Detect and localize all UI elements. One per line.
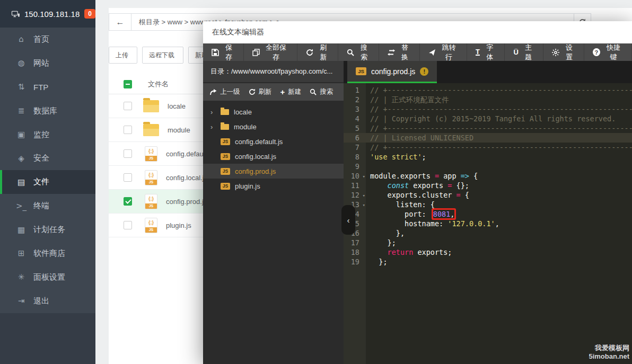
- file-name: locale: [168, 102, 186, 110]
- theme-button[interactable]: Ü 主题: [505, 43, 543, 61]
- tree-item-name: locale: [234, 108, 252, 116]
- sidebar-item-database[interactable]: ≣ 数据库: [0, 99, 95, 123]
- sidebar-item-monitor[interactable]: ▣ 监控: [0, 123, 95, 147]
- tree-search-button[interactable]: 搜索: [310, 87, 333, 96]
- menu-item-label: 文件: [33, 177, 49, 187]
- code-line[interactable]: 8 'use strict';: [344, 152, 632, 162]
- code-line[interactable]: 18 return exports;: [344, 247, 632, 257]
- code-line[interactable]: 2 // | 正式环境配置文件: [344, 95, 632, 104]
- settings-button[interactable]: 设置: [543, 43, 584, 61]
- code-line[interactable]: 13▾ listen: {: [344, 200, 632, 209]
- code-line[interactable]: 6 // | Licensed UNLICENSED: [344, 133, 632, 143]
- code-text: // | Copyright (c) 2015~2019 Tangfei All…: [366, 114, 616, 123]
- search-button[interactable]: 搜索: [338, 43, 379, 61]
- expander-icon[interactable]: ›: [210, 123, 217, 131]
- tree-item[interactable]: JS plugin.js: [203, 179, 344, 193]
- code-line[interactable]: 5 // +----------------------------------…: [344, 123, 632, 133]
- sidebar-item-home[interactable]: ⌂ 首页: [0, 28, 95, 51]
- editor-toolbar: 保存 全部保存 刷新 搜索: [203, 43, 632, 61]
- code-line[interactable]: 11 const exports = {};: [344, 181, 632, 190]
- tree-item[interactable]: JS config.local.js: [203, 149, 344, 164]
- row-checkbox[interactable]: [124, 197, 132, 206]
- expander-icon[interactable]: ›: [210, 108, 217, 116]
- code-editor[interactable]: 1 // +----------------------------------…: [344, 83, 632, 364]
- code-line[interactable]: 3 // +----------------------------------…: [344, 104, 632, 114]
- row-checkbox[interactable]: [124, 102, 132, 110]
- goto-line-button[interactable]: 跳转行: [420, 43, 467, 61]
- tree-item[interactable]: JS config.prod.js: [203, 164, 344, 179]
- line-number: 4: [344, 114, 366, 123]
- js-file-icon: JS: [221, 138, 230, 145]
- fold-caret-icon[interactable]: ▾: [363, 172, 365, 181]
- collapse-panel-handle[interactable]: ‹: [341, 205, 355, 235]
- message-count-badge[interactable]: 0: [84, 9, 95, 19]
- code-line[interactable]: 14 port: 8081,: [344, 209, 632, 219]
- file-name: module: [168, 126, 190, 134]
- sidebar-item-cron[interactable]: ▦ 计划任务: [0, 218, 95, 242]
- select-all-checkbox[interactable]: [124, 80, 132, 88]
- folder-icon: [143, 124, 159, 136]
- sidebar-item-website[interactable]: ◍ 网站: [0, 51, 95, 75]
- code-line[interactable]: 7 // +----------------------------------…: [344, 143, 632, 152]
- tree-item[interactable]: › locale: [203, 104, 344, 119]
- upload-button[interactable]: 上传: [109, 47, 137, 64]
- code-text: };: [366, 238, 396, 247]
- sidebar-item-ftp[interactable]: ⇅ FTP: [0, 75, 95, 99]
- sidebar-item-security[interactable]: ◈ 安全: [0, 146, 95, 170]
- sidebar-item-files[interactable]: ▤ 文件: [0, 170, 95, 194]
- code-line[interactable]: 1 // +----------------------------------…: [344, 85, 632, 95]
- tree-item[interactable]: › module: [203, 119, 344, 134]
- js-file-icon: {;} JS: [145, 194, 157, 209]
- tab-label: config.prod.js: [371, 67, 415, 76]
- code-line[interactable]: 19 };: [344, 257, 632, 267]
- sidebar-item-terminal[interactable]: >_ 终端: [0, 194, 95, 218]
- tree-new-button[interactable]: + 新建: [280, 87, 302, 96]
- menu-item-label: 监控: [33, 130, 49, 140]
- sidebar-item-logout[interactable]: ⇥ 退出: [0, 289, 95, 313]
- unsaved-warning-icon: !: [420, 67, 428, 76]
- menu-item-label: 安全: [33, 153, 49, 163]
- ftp-icon: ⇅: [16, 82, 27, 92]
- js-file-icon: {;} JS: [145, 170, 157, 185]
- tree-refresh-button[interactable]: 刷新: [249, 87, 272, 96]
- remote-download-button[interactable]: 远程下载: [142, 47, 183, 64]
- menu-item-label: 计划任务: [33, 225, 65, 235]
- font-button[interactable]: T 字体: [467, 43, 505, 61]
- row-checkbox[interactable]: [124, 173, 132, 182]
- line-number: 12▾: [344, 190, 366, 200]
- menu-item-label: FTP: [33, 83, 48, 92]
- code-text: exports.cluster = {: [366, 190, 469, 200]
- server-info[interactable]: 150.109.181.18 0: [0, 0, 95, 28]
- refresh-button[interactable]: 刷新: [297, 43, 338, 61]
- tab-config-prod-js[interactable]: JS config.prod.js !: [347, 61, 437, 83]
- row-checkbox[interactable]: [124, 149, 132, 158]
- row-checkbox[interactable]: [124, 221, 132, 229]
- code-line[interactable]: 10▾ module.exports = app => {: [344, 171, 632, 181]
- code-line[interactable]: 17 };: [344, 238, 632, 247]
- tree-toolbar: 上一级 刷新 + 新建: [203, 83, 344, 101]
- font-icon: T: [476, 49, 480, 56]
- tree-item-name: module: [234, 123, 257, 131]
- code-line[interactable]: 9: [344, 162, 632, 171]
- save-button[interactable]: 保存: [203, 43, 244, 61]
- code-line[interactable]: 12▾ exports.cluster = {: [344, 190, 632, 200]
- fold-caret-icon[interactable]: ▾: [363, 191, 365, 200]
- save-icon: [212, 49, 219, 56]
- file-name: plugin.js: [166, 221, 191, 229]
- up-level-button[interactable]: 上一级: [209, 87, 240, 96]
- fold-caret-icon[interactable]: ▾: [363, 200, 365, 210]
- editor-code-panel: JS config.prod.js ! 1 // +--------------…: [344, 61, 632, 364]
- code-line[interactable]: 4 // | Copyright (c) 2015~2019 Tangfei A…: [344, 114, 632, 123]
- hotkeys-button[interactable]: ? 快捷键: [584, 43, 632, 61]
- save-all-button[interactable]: 全部保存: [244, 43, 297, 61]
- sidebar-item-panel-settings[interactable]: ✳ 面板设置: [0, 265, 95, 289]
- save-all-icon: [252, 49, 260, 56]
- replace-button[interactable]: 替换: [379, 43, 420, 61]
- tree-item[interactable]: JS config.default.js: [203, 134, 344, 149]
- code-line[interactable]: 15 hostname: '127.0.0.1',: [344, 219, 632, 228]
- sidebar-item-app-store[interactable]: ⊞ 软件商店: [0, 242, 95, 265]
- back-button[interactable]: ←: [109, 14, 131, 30]
- row-checkbox[interactable]: [124, 126, 132, 134]
- code-line[interactable]: 16 },: [344, 228, 632, 238]
- tree-item-name: config.default.js: [235, 138, 283, 146]
